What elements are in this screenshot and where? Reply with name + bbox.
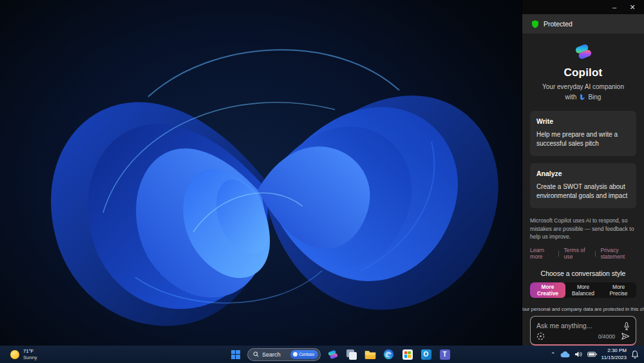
search-highlight-badge[interactable]: Contoso — [290, 350, 318, 359]
style-more-creative[interactable]: More Creative — [530, 282, 565, 297]
privacy-note: Your personal and company data are prote… — [530, 306, 636, 312]
clock-time: 2:30 PM — [601, 348, 627, 354]
weather-widget[interactable]: 71°F Sunny — [10, 346, 37, 363]
onedrive-cloud-icon[interactable] — [560, 351, 570, 358]
copilot-panel: – ✕ Protected Copilot Your everyday AI c… — [522, 0, 644, 346]
minimize-button[interactable]: – — [607, 1, 622, 13]
outlook-icon[interactable]: O — [419, 348, 433, 361]
copilot-subtitle: Your everyday AI companion — [530, 83, 636, 90]
suggestion-card-analyze[interactable]: Analyze Create a SWOT analysis about env… — [530, 163, 636, 208]
link-divider — [558, 251, 559, 257]
bing-label: Bing — [588, 93, 601, 101]
suggestion-card-write[interactable]: Write Help me prepare and write a succes… — [530, 111, 636, 156]
panel-titlebar: – ✕ — [522, 0, 644, 14]
footer-links: Learn more Terms of use Privacy statemen… — [530, 247, 636, 260]
taskbar: 71°F Sunny Search Contoso — [0, 346, 644, 363]
taskbar-center: Search Contoso — [229, 346, 451, 363]
style-more-precise[interactable]: More Precise — [601, 282, 636, 297]
chat-input-box: 0/4000 — [530, 316, 636, 346]
with-label: with — [565, 93, 577, 101]
edge-icon[interactable] — [382, 348, 395, 361]
ai-disclaimer: Microsoft Copilot uses AI to respond, so… — [530, 217, 636, 242]
panel-body: Copilot Your everyday AI companion with … — [522, 34, 644, 346]
card-title: Write — [536, 117, 630, 125]
link-privacy-statement[interactable]: Privacy statement — [600, 247, 636, 260]
microsoft-store-icon[interactable] — [401, 348, 414, 361]
file-explorer-icon[interactable] — [363, 348, 377, 361]
desktop-wallpaper — [0, 0, 522, 346]
link-terms-of-use[interactable]: Terms of use — [564, 247, 590, 260]
style-more-balanced[interactable]: More Balanced — [565, 282, 601, 297]
bloom-artwork — [0, 0, 522, 346]
start-button[interactable] — [229, 348, 242, 361]
conversation-style-toggle: More Creative More Balanced More Precise — [530, 282, 636, 297]
protected-bar: Protected — [522, 14, 644, 34]
shield-protected-icon — [531, 20, 539, 28]
card-title: Analyze — [536, 170, 630, 177]
bing-icon — [579, 93, 585, 101]
copilot-logo — [570, 42, 597, 62]
search-label: Search — [262, 351, 287, 358]
taskbar-clock[interactable]: 2:30 PM 11/15/2023 — [601, 348, 627, 361]
chat-input[interactable] — [536, 322, 623, 329]
privacy-note-text: Your personal and company data are prote… — [522, 306, 644, 312]
notification-bell-icon[interactable] — [631, 350, 639, 358]
card-text: Create a SWOT analysis about environment… — [536, 182, 630, 201]
teams-icon[interactable]: T — [438, 348, 451, 361]
taskbar-search[interactable]: Search Contoso — [247, 348, 321, 361]
search-icon — [253, 351, 259, 357]
link-divider — [595, 251, 596, 257]
badge-icon — [293, 352, 298, 357]
add-image-icon[interactable] — [536, 332, 545, 340]
sun-icon — [10, 350, 19, 359]
microphone-icon[interactable] — [623, 322, 630, 331]
battery-icon[interactable] — [587, 351, 597, 357]
screen: – ✕ Protected Copilot Your everyday AI c… — [0, 0, 644, 363]
weather-condition: Sunny — [23, 355, 37, 361]
link-learn-more[interactable]: Learn more — [530, 247, 553, 260]
task-view-icon[interactable] — [345, 348, 358, 361]
close-button[interactable]: ✕ — [625, 1, 640, 13]
card-text: Help me prepare and write a successful s… — [536, 130, 630, 149]
char-counter: 0/4000 — [598, 333, 615, 340]
tray-chevron-icon[interactable]: ⌃ — [551, 351, 556, 358]
system-tray: ⌃ 2:30 PM 11/15/2023 — [551, 346, 639, 363]
badge-label: Contoso — [299, 352, 314, 357]
copilot-title: Copilot — [530, 66, 636, 79]
with-bing-row: with Bing — [530, 93, 636, 101]
windows-logo-icon — [231, 350, 240, 359]
protected-label: Protected — [544, 20, 573, 28]
clock-date: 11/15/2023 — [601, 355, 627, 361]
weather-temp: 71°F — [23, 348, 37, 355]
conversation-style-heading: Choose a conversation style — [530, 270, 636, 277]
taskbar-copilot-icon[interactable] — [326, 348, 339, 361]
send-icon[interactable] — [621, 332, 630, 340]
volume-icon[interactable] — [574, 351, 583, 358]
